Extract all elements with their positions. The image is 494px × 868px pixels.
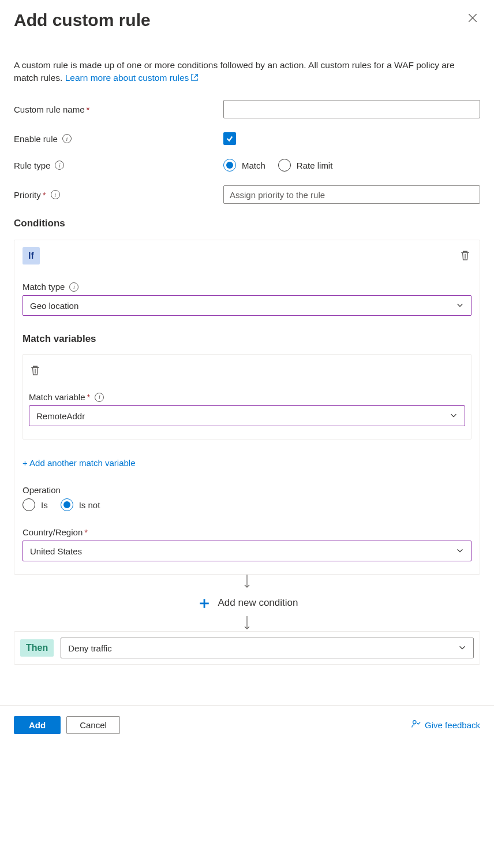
- trash-icon: [30, 368, 40, 377]
- add-match-variable-link[interactable]: + Add another match variable: [23, 458, 471, 468]
- radio-label: Is: [41, 500, 48, 510]
- chevron-down-icon: [450, 411, 458, 421]
- page-title: Add custom rule: [14, 10, 151, 30]
- match-variable-label: Match variable* i: [29, 392, 465, 402]
- description-text: A custom rule is made up of one or more …: [14, 59, 480, 84]
- external-link-icon: [190, 72, 199, 80]
- action-select[interactable]: Deny traffic: [61, 638, 474, 658]
- feedback-icon: [411, 719, 421, 731]
- add-condition-label: Add new condition: [218, 597, 298, 609]
- svg-point-6: [413, 721, 416, 724]
- select-value: United States: [30, 546, 82, 556]
- priority-input[interactable]: [223, 185, 480, 204]
- learn-more-link[interactable]: Learn more about custom rules: [65, 73, 199, 83]
- radio-icon: [278, 159, 291, 172]
- chevron-down-icon: [456, 301, 464, 311]
- info-icon[interactable]: i: [51, 190, 60, 199]
- custom-rule-name-label: Custom rule name*: [14, 105, 223, 114]
- feedback-label: Give feedback: [425, 720, 480, 730]
- chevron-down-icon: [456, 546, 464, 556]
- rule-type-ratelimit-radio[interactable]: Rate limit: [278, 159, 333, 172]
- match-variables-heading: Match variables: [23, 333, 471, 345]
- country-region-select[interactable]: United States: [23, 541, 471, 561]
- priority-label: Priority* i: [14, 190, 223, 200]
- enable-rule-label: Enable rule i: [14, 134, 223, 144]
- info-icon[interactable]: i: [55, 161, 64, 170]
- match-variable-select[interactable]: RemoteAddr: [29, 405, 465, 426]
- if-badge: If: [23, 247, 40, 265]
- radio-label: Rate limit: [297, 161, 333, 170]
- info-icon[interactable]: i: [69, 282, 78, 292]
- then-badge: Then: [20, 639, 54, 657]
- radio-label: Match: [242, 161, 265, 170]
- select-value: Deny traffic: [68, 643, 112, 653]
- arrow-down-icon: [14, 616, 480, 631]
- conditions-heading: Conditions: [14, 218, 480, 229]
- operation-is-radio[interactable]: Is: [23, 498, 48, 511]
- condition-card: If Match type i Geo location Match varia…: [14, 240, 480, 575]
- radio-icon: [61, 498, 73, 511]
- operation-label: Operation: [23, 485, 471, 495]
- add-new-condition-button[interactable]: ＋ Add new condition: [14, 590, 480, 616]
- info-icon[interactable]: i: [95, 393, 104, 402]
- chevron-down-icon: [458, 643, 466, 653]
- then-card: Then Deny traffic: [14, 631, 480, 665]
- delete-match-variable-button[interactable]: [29, 364, 42, 378]
- info-icon[interactable]: i: [62, 134, 72, 143]
- custom-rule-name-input[interactable]: [223, 100, 480, 118]
- rule-type-label: Rule type i: [14, 161, 223, 170]
- select-value: RemoteAddr: [36, 411, 85, 421]
- enable-rule-checkbox[interactable]: [223, 132, 236, 145]
- rule-type-match-radio[interactable]: Match: [223, 159, 265, 172]
- close-button[interactable]: [465, 10, 480, 28]
- give-feedback-link[interactable]: Give feedback: [411, 719, 480, 731]
- match-type-label: Match type i: [23, 282, 471, 292]
- country-region-label: Country/Region*: [23, 527, 471, 537]
- cancel-button[interactable]: Cancel: [66, 716, 120, 734]
- select-value: Geo location: [30, 301, 78, 311]
- operation-isnot-radio[interactable]: Is not: [61, 498, 100, 511]
- close-icon: [467, 14, 478, 25]
- delete-condition-button[interactable]: [459, 249, 471, 263]
- radio-label: Is not: [79, 500, 100, 510]
- match-type-select[interactable]: Geo location: [23, 295, 471, 316]
- plus-icon: ＋: [196, 592, 212, 614]
- match-variable-card: Match variable* i RemoteAddr: [23, 354, 471, 439]
- trash-icon: [460, 254, 470, 262]
- add-button[interactable]: Add: [14, 716, 61, 734]
- radio-icon: [23, 498, 35, 511]
- arrow-down-icon: [14, 575, 480, 590]
- radio-icon: [223, 159, 236, 172]
